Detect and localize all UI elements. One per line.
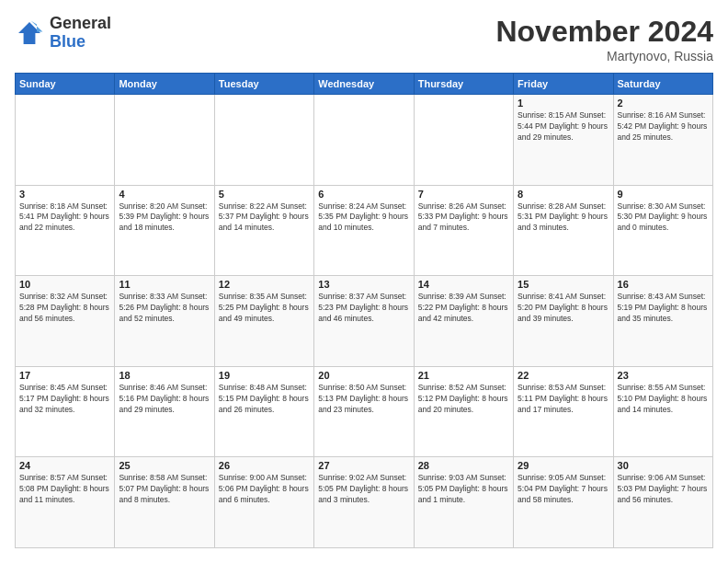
day-info: Sunrise: 8:18 AM Sunset: 5:41 PM Dayligh…	[19, 201, 110, 235]
calendar-cell: 24Sunrise: 8:57 AM Sunset: 5:08 PM Dayli…	[16, 457, 115, 548]
day-number: 21	[418, 370, 509, 381]
day-number: 1	[518, 98, 609, 109]
col-tuesday: Tuesday	[214, 74, 313, 95]
day-info: Sunrise: 8:15 AM Sunset: 5:44 PM Dayligh…	[518, 110, 609, 144]
day-info: Sunrise: 8:37 AM Sunset: 5:23 PM Dayligh…	[318, 292, 409, 325]
day-info: Sunrise: 8:33 AM Sunset: 5:26 PM Dayligh…	[119, 292, 210, 325]
day-number: 23	[618, 370, 709, 381]
day-info: Sunrise: 8:32 AM Sunset: 5:28 PM Dayligh…	[19, 292, 110, 325]
day-info: Sunrise: 8:50 AM Sunset: 5:13 PM Dayligh…	[318, 383, 409, 416]
day-number: 26	[219, 460, 310, 471]
calendar-cell: 27Sunrise: 9:02 AM Sunset: 5:05 PM Dayli…	[314, 457, 414, 548]
logo-text: General Blue	[50, 15, 111, 52]
day-number: 12	[219, 279, 310, 290]
calendar-cell: 23Sunrise: 8:55 AM Sunset: 5:10 PM Dayli…	[613, 366, 712, 457]
calendar-cell: 10Sunrise: 8:32 AM Sunset: 5:28 PM Dayli…	[16, 276, 115, 367]
header: General Blue November 2024 Martynovo, Ru…	[15, 15, 713, 63]
day-info: Sunrise: 9:03 AM Sunset: 5:05 PM Dayligh…	[418, 473, 509, 506]
day-number: 19	[219, 370, 310, 381]
calendar-cell: 6Sunrise: 8:24 AM Sunset: 5:35 PM Daylig…	[314, 185, 414, 276]
day-number: 30	[618, 460, 709, 471]
calendar-week-1: 1Sunrise: 8:15 AM Sunset: 5:44 PM Daylig…	[16, 95, 713, 186]
calendar-cell	[115, 95, 214, 186]
calendar-week-5: 24Sunrise: 8:57 AM Sunset: 5:08 PM Dayli…	[16, 457, 713, 548]
day-number: 2	[618, 98, 709, 109]
day-info: Sunrise: 8:55 AM Sunset: 5:10 PM Dayligh…	[618, 383, 709, 416]
day-info: Sunrise: 8:46 AM Sunset: 5:16 PM Dayligh…	[119, 383, 210, 416]
day-number: 11	[119, 279, 210, 290]
day-number: 13	[318, 279, 409, 290]
day-info: Sunrise: 8:48 AM Sunset: 5:15 PM Dayligh…	[219, 383, 310, 416]
calendar-cell: 12Sunrise: 8:35 AM Sunset: 5:25 PM Dayli…	[214, 276, 313, 367]
calendar-cell: 20Sunrise: 8:50 AM Sunset: 5:13 PM Dayli…	[314, 366, 414, 457]
page: General Blue November 2024 Martynovo, Ru…	[0, 0, 728, 563]
day-info: Sunrise: 8:35 AM Sunset: 5:25 PM Dayligh…	[219, 292, 310, 325]
day-number: 17	[19, 370, 110, 381]
day-number: 8	[518, 189, 609, 200]
calendar-week-2: 3Sunrise: 8:18 AM Sunset: 5:41 PM Daylig…	[16, 185, 713, 276]
day-number: 20	[318, 370, 409, 381]
calendar-cell: 26Sunrise: 9:00 AM Sunset: 5:06 PM Dayli…	[214, 457, 313, 548]
calendar-cell: 2Sunrise: 8:16 AM Sunset: 5:42 PM Daylig…	[613, 95, 712, 186]
day-info: Sunrise: 8:45 AM Sunset: 5:17 PM Dayligh…	[19, 383, 110, 416]
calendar-week-3: 10Sunrise: 8:32 AM Sunset: 5:28 PM Dayli…	[16, 276, 713, 367]
day-info: Sunrise: 8:58 AM Sunset: 5:07 PM Dayligh…	[119, 473, 210, 506]
day-number: 24	[19, 460, 110, 471]
day-info: Sunrise: 8:52 AM Sunset: 5:12 PM Dayligh…	[418, 383, 509, 416]
day-number: 7	[418, 189, 509, 200]
calendar-cell: 9Sunrise: 8:30 AM Sunset: 5:30 PM Daylig…	[613, 185, 712, 276]
col-thursday: Thursday	[414, 74, 513, 95]
calendar-cell: 18Sunrise: 8:46 AM Sunset: 5:16 PM Dayli…	[115, 366, 214, 457]
day-info: Sunrise: 9:00 AM Sunset: 5:06 PM Dayligh…	[219, 473, 310, 506]
calendar-cell: 19Sunrise: 8:48 AM Sunset: 5:15 PM Dayli…	[214, 366, 313, 457]
calendar-cell: 30Sunrise: 9:06 AM Sunset: 5:03 PM Dayli…	[613, 457, 712, 548]
day-number: 22	[518, 370, 609, 381]
day-number: 4	[119, 189, 210, 200]
day-info: Sunrise: 8:30 AM Sunset: 5:30 PM Dayligh…	[618, 201, 709, 235]
col-monday: Monday	[115, 74, 214, 95]
day-number: 9	[618, 189, 709, 200]
calendar-cell: 4Sunrise: 8:20 AM Sunset: 5:39 PM Daylig…	[115, 185, 214, 276]
calendar-header: Sunday Monday Tuesday Wednesday Thursday…	[16, 74, 713, 95]
day-number: 16	[618, 279, 709, 290]
col-saturday: Saturday	[613, 74, 712, 95]
svg-marker-0	[18, 22, 40, 44]
calendar-table: Sunday Monday Tuesday Wednesday Thursday…	[15, 73, 713, 548]
day-number: 6	[318, 189, 409, 200]
day-info: Sunrise: 8:53 AM Sunset: 5:11 PM Dayligh…	[518, 383, 609, 416]
day-info: Sunrise: 8:57 AM Sunset: 5:08 PM Dayligh…	[19, 473, 110, 506]
calendar-cell: 11Sunrise: 8:33 AM Sunset: 5:26 PM Dayli…	[115, 276, 214, 367]
calendar-cell: 14Sunrise: 8:39 AM Sunset: 5:22 PM Dayli…	[414, 276, 513, 367]
day-number: 29	[518, 460, 609, 471]
logo-blue: Blue	[50, 33, 111, 52]
calendar-cell: 7Sunrise: 8:26 AM Sunset: 5:33 PM Daylig…	[414, 185, 513, 276]
calendar-cell: 17Sunrise: 8:45 AM Sunset: 5:17 PM Dayli…	[16, 366, 115, 457]
day-info: Sunrise: 8:16 AM Sunset: 5:42 PM Dayligh…	[618, 110, 709, 144]
title-block: November 2024 Martynovo, Russia	[495, 15, 713, 63]
calendar-cell: 16Sunrise: 8:43 AM Sunset: 5:19 PM Dayli…	[613, 276, 712, 367]
col-friday: Friday	[514, 74, 613, 95]
calendar-cell: 22Sunrise: 8:53 AM Sunset: 5:11 PM Dayli…	[514, 366, 613, 457]
calendar-cell: 25Sunrise: 8:58 AM Sunset: 5:07 PM Dayli…	[115, 457, 214, 548]
calendar-cell: 29Sunrise: 9:05 AM Sunset: 5:04 PM Dayli…	[514, 457, 613, 548]
day-info: Sunrise: 8:43 AM Sunset: 5:19 PM Dayligh…	[618, 292, 709, 325]
logo-general: General	[50, 15, 111, 33]
calendar-body: 1Sunrise: 8:15 AM Sunset: 5:44 PM Daylig…	[16, 95, 713, 548]
day-info: Sunrise: 9:02 AM Sunset: 5:05 PM Dayligh…	[318, 473, 409, 506]
day-number: 28	[418, 460, 509, 471]
calendar-cell	[214, 95, 313, 186]
day-number: 5	[219, 189, 310, 200]
day-info: Sunrise: 9:06 AM Sunset: 5:03 PM Dayligh…	[618, 473, 709, 506]
day-info: Sunrise: 8:24 AM Sunset: 5:35 PM Dayligh…	[318, 201, 409, 235]
logo: General Blue	[15, 15, 111, 52]
col-wednesday: Wednesday	[314, 74, 414, 95]
calendar-cell: 15Sunrise: 8:41 AM Sunset: 5:20 PM Dayli…	[514, 276, 613, 367]
calendar-cell: 3Sunrise: 8:18 AM Sunset: 5:41 PM Daylig…	[16, 185, 115, 276]
header-row: Sunday Monday Tuesday Wednesday Thursday…	[16, 74, 713, 95]
calendar-cell: 13Sunrise: 8:37 AM Sunset: 5:23 PM Dayli…	[314, 276, 414, 367]
day-number: 10	[19, 279, 110, 290]
day-info: Sunrise: 8:22 AM Sunset: 5:37 PM Dayligh…	[219, 201, 310, 235]
month-title: November 2024	[495, 15, 713, 49]
day-number: 3	[19, 189, 110, 200]
day-info: Sunrise: 8:41 AM Sunset: 5:20 PM Dayligh…	[518, 292, 609, 325]
